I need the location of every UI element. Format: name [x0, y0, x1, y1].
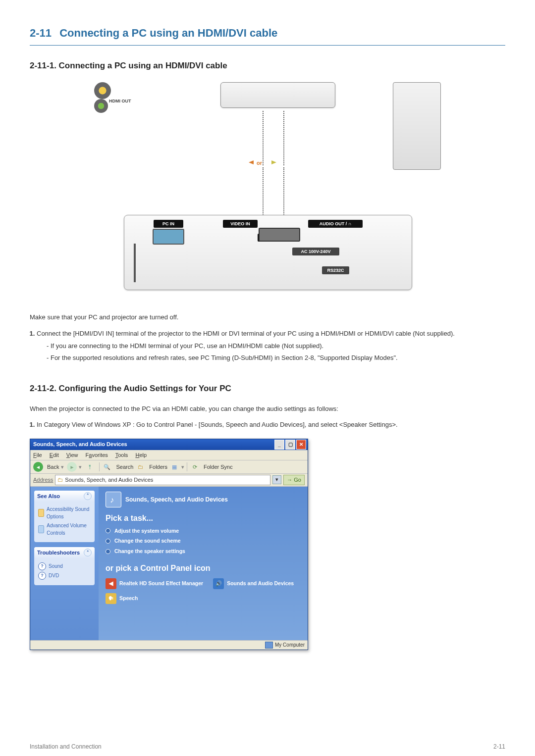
help-icon: ? — [38, 562, 46, 570]
or-arrow-right-icon — [271, 160, 276, 164]
xp-status-bar: My Computer — [30, 640, 308, 650]
cp-item-1[interactable]: 🔊 Sounds and Audio Devices — [213, 578, 294, 589]
address-label: Address — [33, 476, 53, 484]
task-1[interactable]: Change the sound scheme — [106, 537, 301, 545]
address-input[interactable]: 🗀 Sounds, Speech, and Audio Devices — [55, 475, 270, 485]
folders-icon[interactable]: 🗀 — [135, 462, 145, 472]
instruction-list-2: In Category View of Windows XP : Go to C… — [30, 420, 505, 430]
hdmi-source-box — [220, 82, 335, 108]
xp-window-title: Sounds, Speech, and Audio Devices — [33, 440, 273, 449]
footer-right: 2-11 — [493, 742, 505, 751]
audio-intro: When the projector is connected to the P… — [30, 404, 505, 414]
troubleshooters-title: Troubleshooters — [37, 549, 80, 557]
realtek-icon: ◀ — [106, 578, 116, 589]
cp-item-0[interactable]: ◀ Realtek HD Sound Effect Manager — [106, 578, 203, 589]
folders-button[interactable]: Folders — [149, 463, 167, 471]
ts-item-0[interactable]: ? Sound — [38, 562, 91, 570]
ac-label: AC 100V-240V — [292, 248, 339, 255]
section-heading: 2-11 Connecting a PC using an HDMI/DVI c… — [30, 25, 505, 46]
category-icon — [106, 492, 121, 507]
accessibility-icon — [38, 509, 44, 517]
cp-item-2[interactable]: 🗣 Speech — [106, 593, 301, 604]
xp-toolbar: ◄ Back ▾ ► ▾ ⭱ 🔍 Search 🗀 Folders ▦ ▾ ⟳ … — [30, 460, 308, 474]
sub-heading-1: 2-11-1. Connecting a PC using an HDMI/DV… — [30, 59, 505, 72]
menu-file[interactable]: FFileile — [33, 452, 42, 458]
step-1-text: Connect the [HDMI/DVI IN] terminal of th… — [37, 330, 455, 337]
my-computer-icon — [265, 642, 273, 649]
step-1-sub-a: If you are connecting to the HDMI termin… — [47, 341, 505, 351]
cable-top — [263, 111, 284, 165]
see-also-panel: See Also ˄ Accessibility Sound Options A… — [34, 491, 95, 543]
go-button[interactable]: → Go — [283, 475, 305, 485]
hdmi-out-label: HDMI OUT — [109, 98, 131, 105]
category-title: Sounds, Speech, and Audio Devices — [125, 495, 228, 504]
minimize-button[interactable]: _ — [274, 440, 284, 450]
pick-a-task-heading: Pick a task... — [106, 512, 301, 524]
section-title: Connecting a PC using an HDMI/DVI cable — [59, 27, 277, 39]
connection-diagram: HDMI OUT or PC IN VIDEO IN AUDIO OUT / ∩… — [30, 82, 505, 298]
or-arrow-left-icon — [249, 160, 254, 164]
audio-out-label: AUDIO OUT / ∩ — [308, 220, 363, 228]
up-icon[interactable]: ⭱ — [85, 462, 95, 472]
rs232-label: RS232C — [322, 266, 349, 274]
ts-item-1[interactable]: ? DVD — [38, 572, 91, 580]
instruction-step-1: Connect the [HDMI/DVI IN] terminal of th… — [37, 329, 505, 363]
instruction-intro: Make sure that your PC and projector are… — [30, 312, 505, 322]
audio-out-port-icon — [94, 99, 108, 113]
menu-favorites[interactable]: Favorites — [86, 452, 108, 458]
help-icon: ? — [38, 572, 46, 580]
audio-step-1-text: In Category View of Windows XP : Go to C… — [37, 421, 398, 428]
folder-sync-button[interactable]: Folder Sync — [204, 463, 233, 471]
hdmi-port-icon — [259, 228, 300, 242]
address-folder-icon: 🗀 — [57, 476, 63, 484]
xp-sidebar: See Also ˄ Accessibility Sound Options A… — [30, 487, 99, 640]
pc-in-label: PC IN — [154, 220, 183, 228]
audio-step-1: In Category View of Windows XP : Go to C… — [37, 420, 505, 430]
step-1-sub-b: For the supported resolutions and refres… — [47, 353, 505, 363]
pc-tower-graphic — [393, 82, 441, 170]
sub-heading-2: 2-11-2. Configuring the Audio Settings f… — [30, 382, 505, 395]
search-button[interactable]: Search — [116, 463, 133, 471]
task-2[interactable]: Change the speaker settings — [106, 548, 301, 555]
status-text: My Computer — [275, 641, 305, 649]
xp-main-panel: Sounds, Speech, and Audio Devices Pick a… — [99, 487, 308, 640]
address-dropdown-icon[interactable]: ▾ — [272, 475, 281, 484]
menu-view[interactable]: View — [66, 452, 78, 458]
cable-bottom — [263, 167, 284, 217]
pick-icon-heading: or pick a Control Panel icon — [106, 562, 301, 574]
xp-menu-bar: FFileile Edit View Favorites Tools Help — [30, 450, 308, 461]
sync-icon[interactable]: ⟳ — [190, 462, 200, 472]
xp-title-bar: Sounds, Speech, and Audio Devices _ ▢ ✕ — [30, 439, 308, 450]
address-value: Sounds, Speech, and Audio Devices — [65, 476, 153, 484]
task-0[interactable]: Adjust the system volume — [106, 527, 301, 535]
footer-left: Installation and Connection — [30, 742, 102, 751]
video-in-port-icon — [94, 82, 111, 99]
tasks-list: Adjust the system volume Change the soun… — [106, 527, 301, 555]
pc-in-port-icon — [153, 229, 184, 245]
troubleshooters-panel: Troubleshooters ˄ ? Sound ? DVD — [34, 547, 95, 585]
see-also-item-0[interactable]: Accessibility Sound Options — [38, 505, 91, 520]
forward-icon[interactable]: ► — [67, 462, 77, 472]
maximize-button[interactable]: ▢ — [285, 440, 295, 450]
close-button[interactable]: ✕ — [296, 440, 306, 450]
menu-help[interactable]: Help — [135, 452, 147, 458]
menu-tools[interactable]: Tools — [115, 452, 128, 458]
collapse-icon[interactable]: ˄ — [84, 549, 92, 556]
search-icon[interactable]: 🔍 — [102, 462, 112, 472]
volume-icon — [38, 525, 44, 533]
sounds-icon: 🔊 — [213, 578, 224, 589]
menu-edit[interactable]: Edit — [50, 452, 59, 458]
views-icon[interactable]: ▦ — [169, 462, 179, 472]
instruction-list-1: Connect the [HDMI/DVI IN] terminal of th… — [30, 329, 505, 363]
collapse-icon[interactable]: ˄ — [84, 492, 92, 500]
xp-control-panel-screenshot: Sounds, Speech, and Audio Devices _ ▢ ✕ … — [30, 439, 308, 650]
see-also-item-1[interactable]: Advanced Volume Controls — [38, 522, 91, 537]
back-button[interactable]: Back — [47, 463, 59, 471]
xp-address-bar: Address 🗀 Sounds, Speech, and Audio Devi… — [30, 474, 308, 487]
see-also-title: See Also — [37, 492, 60, 501]
video-in-label: VIDEO IN — [223, 220, 258, 228]
or-label: or — [257, 159, 262, 167]
section-number: 2-11 — [30, 27, 52, 39]
speech-icon: 🗣 — [106, 593, 116, 604]
back-icon[interactable]: ◄ — [33, 462, 43, 472]
